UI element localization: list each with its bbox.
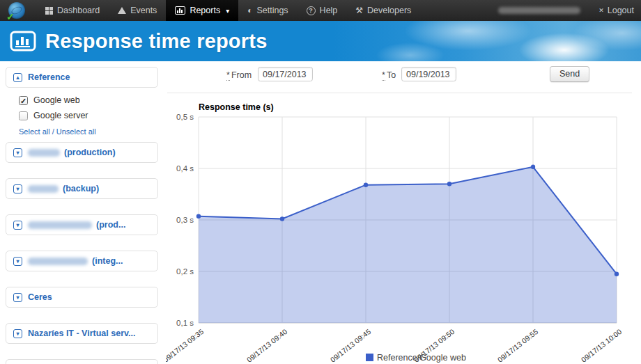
redacted-name <box>28 185 59 193</box>
reference-panel-body: ✓ Google web ✓ Google server Select all … <box>6 88 157 142</box>
chevron-down-icon: ▾ <box>226 7 229 15</box>
help-icon: ? <box>307 6 316 15</box>
expand-icon: ▾ <box>13 329 22 338</box>
panel-title-ceres: Ceres <box>28 292 52 302</box>
sidebar-panel-ceres[interactable]: ▾ Ceres <box>6 287 158 308</box>
nav-label-settings: Settings <box>256 6 288 15</box>
page-header: Response time reports <box>0 21 641 61</box>
svg-text:09/17/13 09:45: 09/17/13 09:45 <box>329 327 373 364</box>
checkbox-row-google-web[interactable]: ✓ Google web <box>19 95 157 105</box>
svg-text:09/17/13 09:55: 09/17/13 09:55 <box>496 327 540 364</box>
contrast-icon: ◐ <box>247 6 252 15</box>
panel-title-prod: (prod... <box>28 220 125 230</box>
warning-icon <box>118 7 126 14</box>
panel-title-nazaries: Nazaríes IT - Virtual serv... <box>28 329 135 338</box>
sidebar-panel-reference[interactable]: ▴ Reference <box>6 67 158 88</box>
redacted-name <box>28 149 60 157</box>
checkbox-row-google-server[interactable]: ✓ Google server <box>19 111 157 120</box>
select-all-link[interactable]: Select all <box>19 127 50 136</box>
required-marker: * <box>382 70 385 81</box>
top-navbar: ✓ Dashboard Events Reports ▾ ◐ Settings … <box>0 0 641 21</box>
panel-title-reference: Reference <box>28 72 70 82</box>
nav-item-reports[interactable]: Reports ▾ <box>166 0 238 21</box>
redacted-name <box>28 221 92 229</box>
nav-label-help: Help <box>320 6 338 15</box>
svg-text:0,3 s: 0,3 s <box>176 216 194 224</box>
nav-label-dashboard: Dashboard <box>57 6 100 15</box>
link-separator: / <box>50 127 56 136</box>
sidebar-panel-integ[interactable]: ▾ (integ... <box>6 251 158 271</box>
collapse-icon: ▴ <box>13 73 22 82</box>
redacted-name <box>28 258 88 265</box>
sidebar-panel-backup[interactable]: ▾ (backup) <box>6 178 158 199</box>
logout-button[interactable]: ✕ Logout <box>598 6 634 15</box>
sidebar-panel-prod[interactable]: ▾ (prod... <box>6 214 158 235</box>
response-time-chart: 0,5 s0,4 s0,3 s0,2 s0,1 sResponse time (… <box>166 101 640 364</box>
logo-check-icon: ✓ <box>6 11 15 22</box>
close-icon: ✕ <box>598 7 604 14</box>
svg-text:09/17/13 09:35: 09/17/13 09:35 <box>166 327 205 364</box>
nav-item-events[interactable]: Events <box>109 0 166 21</box>
required-marker: * <box>226 70 230 81</box>
user-icon <box>487 7 493 14</box>
expand-icon: ▾ <box>13 293 22 302</box>
from-label: *From <box>226 70 252 80</box>
svg-text:Response time (s): Response time (s) <box>199 102 274 112</box>
panel-title-integ: (integ... <box>28 256 123 266</box>
nav-label-events: Events <box>130 6 157 15</box>
panel-title-production: (production) <box>28 148 116 157</box>
wrench-icon: ⚒ <box>355 6 363 15</box>
send-button[interactable]: Send <box>550 66 589 82</box>
nav-item-dashboard[interactable]: Dashboard <box>36 0 109 21</box>
report-chart-icon <box>10 31 36 52</box>
expand-icon: ▾ <box>13 221 22 230</box>
nav-item-help[interactable]: ? Help <box>298 0 347 21</box>
svg-text:Reference/Google web: Reference/Google web <box>377 353 466 363</box>
expand-icon: ▾ <box>13 257 22 266</box>
unselect-all-link[interactable]: Unselect all <box>56 127 96 136</box>
checkbox-label-google-web: Google web <box>33 95 80 105</box>
collapsed-panels: ▾ (production) ▾ (backup) ▾ (prod... ▾ (… <box>6 142 157 364</box>
checkbox-label-google-server: Google server <box>33 111 88 120</box>
current-user[interactable] <box>487 7 580 14</box>
checkmark-icon: ✓ <box>20 97 26 105</box>
nav-label-developers: Developers <box>367 6 411 15</box>
bar-chart-icon <box>175 6 185 15</box>
area-chart: 0,5 s0,4 s0,3 s0,2 s0,1 sResponse time (… <box>166 101 640 364</box>
dashboard-icon <box>45 7 53 15</box>
checkbox-google-server[interactable]: ✓ <box>19 111 28 120</box>
sidebar-panel-production[interactable]: ▾ (production) <box>6 142 158 163</box>
to-label: *To <box>382 70 396 80</box>
svg-text:0,2 s: 0,2 s <box>176 267 194 276</box>
selection-links: Select all / Unselect all <box>19 127 157 136</box>
from-date-input[interactable] <box>258 67 313 81</box>
svg-text:09/17/13 10:00: 09/17/13 10:00 <box>580 327 624 364</box>
svg-text:09/17/13 09:40: 09/17/13 09:40 <box>245 327 289 364</box>
nav-item-settings[interactable]: ◐ Settings <box>238 0 297 21</box>
checkbox-google-web[interactable]: ✓ <box>19 96 28 105</box>
logout-label: Logout <box>608 6 634 15</box>
svg-text:0,1 s: 0,1 s <box>176 319 194 327</box>
page-title: Response time reports <box>45 30 267 53</box>
nav-item-developers[interactable]: ⚒ Developers <box>346 0 420 21</box>
username-redacted <box>498 7 580 14</box>
main-content: *From *To Send 0,5 s0,4 s0,3 s0,2 s0,1 s… <box>162 61 641 364</box>
expand-icon: ▾ <box>13 148 22 157</box>
content-divider <box>167 93 632 93</box>
svg-text:0,5 s: 0,5 s <box>176 113 194 121</box>
panel-title-backup: (backup) <box>28 184 99 193</box>
to-date-input[interactable] <box>401 67 456 81</box>
nav-label-reports: Reports <box>190 6 220 15</box>
svg-text:0,4 s: 0,4 s <box>176 164 194 173</box>
sidebar-panel-port-monitor[interactable]: ▾ Port Monitor <box>6 359 158 364</box>
app-logo[interactable]: ✓ <box>8 2 25 19</box>
sidebar: ▴ Reference ✓ Google web ✓ Google server… <box>0 61 162 364</box>
sidebar-panel-nazaries[interactable]: ▾ Nazaríes IT - Virtual serv... <box>6 323 158 344</box>
expand-icon: ▾ <box>13 184 22 193</box>
date-range-form: *From *To Send <box>162 61 641 93</box>
